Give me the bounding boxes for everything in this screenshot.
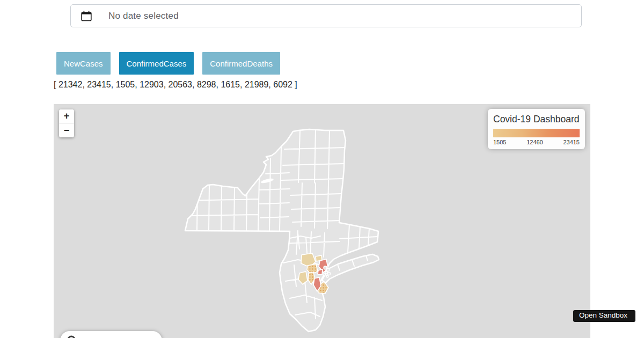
search-icon [67, 335, 78, 338]
map-legend: Covid-19 Dashboard 1505 12460 23415 [488, 109, 585, 149]
legend-mid: 12460 [526, 139, 543, 145]
tab-confirmed-deaths[interactable]: ConfirmedDeaths [202, 52, 280, 75]
metric-tabs: NewCases ConfirmedCases ConfirmedDeaths [56, 52, 280, 75]
zoom-in-button[interactable]: + [59, 109, 74, 123]
county-high-2 [318, 269, 323, 275]
map-search-control[interactable] [60, 331, 162, 338]
tab-new-cases[interactable]: NewCases [56, 52, 111, 75]
legend-title: Covid-19 Dashboard [493, 114, 580, 125]
legend-min: 1505 [493, 139, 506, 145]
tab-confirmed-cases[interactable]: ConfirmedCases [119, 52, 194, 75]
zoom-out-button[interactable]: − [59, 123, 74, 137]
open-sandbox-button[interactable]: Open Sandbox [573, 310, 635, 322]
date-picker-input[interactable]: No date selected [70, 4, 582, 27]
legend-max: 23415 [563, 139, 580, 145]
legend-gradient-bar [493, 129, 580, 137]
data-values-readout: [ 21342, 23415, 1505, 12903, 20563, 8298… [54, 80, 297, 90]
choropleth-map[interactable]: + − Covid-19 Dashboard 1505 12460 23415 [54, 104, 590, 338]
calendar-icon [80, 10, 93, 23]
covid-dashboard-page: No date selected NewCases ConfirmedCases… [0, 0, 644, 338]
date-placeholder: No date selected [108, 11, 179, 21]
landmass [185, 129, 379, 332]
map-zoom-control: + − [59, 109, 74, 137]
